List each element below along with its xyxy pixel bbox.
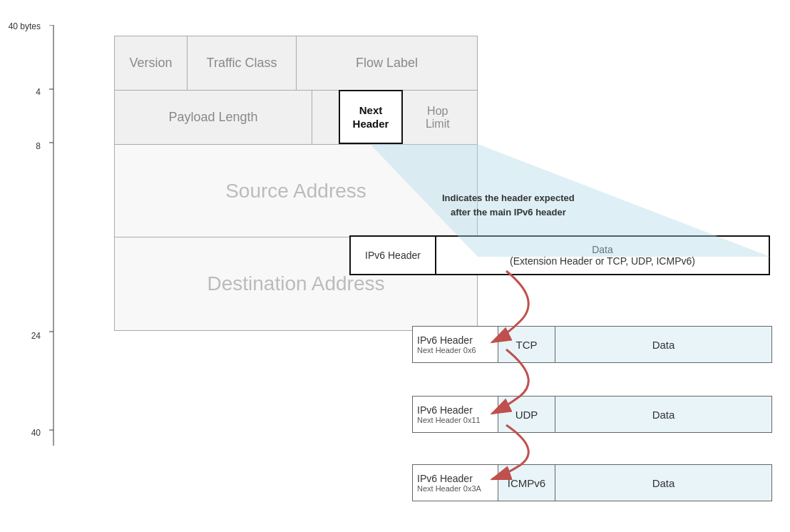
y-label-24: 24 <box>31 331 41 341</box>
y-axis-line <box>43 25 57 446</box>
icmpv6-data-cell: Data <box>555 465 771 501</box>
icmpv6-row-ipv6: IPv6 Header Next Header 0x3A <box>413 465 498 501</box>
udp-row: IPv6 Header Next Header 0x11 UDP Data <box>412 396 772 433</box>
icmpv6-proto-cell: ICMPv6 <box>498 465 555 501</box>
y-axis: 40 bytes 4 8 24 40 <box>7 21 46 506</box>
annotation-text: Indicates the header expected after the … <box>442 191 575 219</box>
y-label-4: 4 <box>36 87 41 97</box>
tcp-proto-cell: TCP <box>498 327 555 362</box>
icmpv6-row: IPv6 Header Next Header 0x3A ICMPv6 Data <box>412 464 772 501</box>
udp-row-ipv6: IPv6 Header Next Header 0x11 <box>413 397 498 432</box>
tcp-row: IPv6 Header Next Header 0x6 TCP Data <box>412 326 772 363</box>
payload-length-cell: Payload Length <box>115 91 312 144</box>
y-label-40: 40 <box>31 428 41 438</box>
udp-data-cell: Data <box>555 397 771 432</box>
header-row1: Version Traffic Class Flow Label <box>115 36 477 91</box>
packet-ipv6-label: IPv6 Header <box>351 237 436 274</box>
ipv6-header-box: Version Traffic Class Flow Label Payload… <box>114 36 478 331</box>
packet-diagram-row: IPv6 Header Data(Extension Header or TCP… <box>349 235 770 275</box>
traffic-class-cell: Traffic Class <box>188 36 297 90</box>
tcp-row-ipv6: IPv6 Header Next Header 0x6 <box>413 327 498 362</box>
next-header-cell: NextHeader <box>339 90 403 144</box>
flow-label-cell: Flow Label <box>297 36 477 90</box>
y-label-8: 8 <box>36 141 41 151</box>
header-row2: Payload Length HopLimit <box>115 91 477 145</box>
tcp-data-cell: Data <box>555 327 771 362</box>
packet-data-label: Data(Extension Header or TCP, UDP, ICMPv… <box>436 237 769 274</box>
version-cell: Version <box>115 36 188 90</box>
y-label-40bytes: 40 bytes <box>9 21 41 31</box>
udp-proto-cell: UDP <box>498 397 555 432</box>
diagram-container: 40 bytes 4 8 24 40 Version Traffic Class… <box>0 0 790 532</box>
hop-limit-cell: HopLimit <box>399 91 477 144</box>
source-address-cell: Source Address <box>115 145 477 237</box>
